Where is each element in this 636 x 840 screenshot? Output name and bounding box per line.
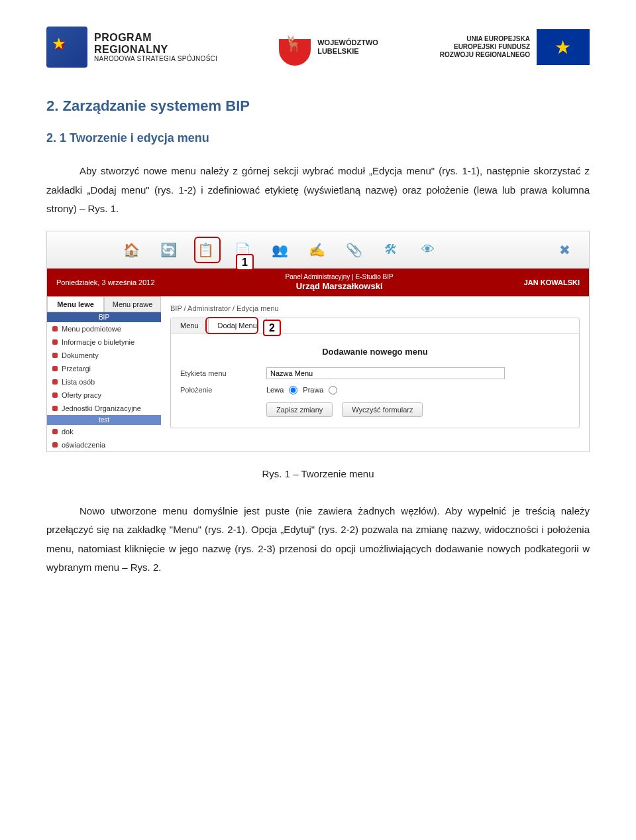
sidebar-heading-test: test [47, 415, 161, 425]
program-title-2: REGIONALNY [94, 44, 217, 56]
shield-icon [279, 29, 311, 66]
paragraph-1: Aby stworzyć nowe menu należy z górnej s… [46, 162, 590, 219]
sidebar-heading-bip: BIP [47, 312, 161, 322]
callout-2: 2 [263, 320, 281, 336]
tab-menu[interactable]: Menu [171, 318, 209, 333]
label-etykieta: Etykieta menu [180, 369, 253, 377]
clear-button[interactable]: Wyczyść formularz [342, 402, 423, 417]
radio-prawa-label: Prawa [303, 386, 323, 394]
sidebar-item[interactable]: Dokumenty [47, 349, 161, 362]
woj-line1: WOJEWÓDZTWO [317, 38, 378, 47]
sidebar-item[interactable]: dok [47, 425, 161, 438]
admin-panel-title: Urząd Marszałkowski [286, 281, 394, 292]
sidebar-tab-left[interactable]: Menu lewe [47, 296, 104, 312]
woj-line2: LUBELSKIE [317, 47, 378, 56]
admin-toolbar: 🏠 🔄 📋 📄 👥 ✍ 📎 🛠 👁 ✖ [47, 231, 589, 269]
sidebar-item[interactable]: Jednostki Organizacyjne [47, 402, 161, 415]
sidebar-item[interactable]: Przetargi [47, 362, 161, 375]
sidebar-item[interactable]: Lista osób [47, 375, 161, 389]
eu-line2: EUROPEJSKI FUNDUSZ [440, 43, 530, 51]
refresh-icon[interactable]: 🔄 [157, 239, 180, 261]
form-panel: Menu Dodaj Menu Dodawanie nowego menu Et… [170, 318, 580, 428]
eu-line1: UNIA EUROPEJSKA [440, 35, 530, 43]
figure-caption-1: Rys. 1 – Tworzenie menu [46, 468, 590, 479]
sidebar: Menu lewe Menu prawe BIP Menu podmiotowe… [47, 296, 161, 451]
label-polozenie: Położenie [180, 386, 253, 394]
close-icon[interactable]: ✖ [553, 239, 576, 261]
sidebar-tab-right[interactable]: Menu prawe [104, 296, 161, 312]
form-title: Dodawanie nowego menu [180, 347, 570, 357]
eu-logo-block: UNIA EUROPEJSKA EUROPEJSKI FUNDUSZ ROZWO… [440, 29, 590, 65]
breadcrumb: BIP / Administrator / Edycja menu [170, 302, 580, 318]
save-button[interactable]: Zapisz zmiany [266, 402, 333, 417]
sidebar-item[interactable]: Informacje o biuletynie [47, 335, 161, 349]
pen-icon[interactable]: ✍ [305, 239, 328, 261]
paperclip-icon[interactable]: 📎 [343, 239, 365, 261]
eu-flag-icon: ★ [537, 29, 590, 65]
sidebar-item[interactable]: oświadczenia [47, 438, 161, 451]
page-header: PROGRAM REGIONALNY NARODOWA STRATEGIA SP… [46, 27, 590, 68]
users-icon[interactable]: 👥 [268, 239, 291, 261]
program-title-1: PROGRAM [94, 32, 217, 44]
program-star-icon [46, 27, 87, 68]
sidebar-item[interactable]: Menu podmiotowe [47, 322, 161, 335]
main-area: BIP / Administrator / Edycja menu Menu D… [161, 296, 589, 451]
home-icon[interactable]: 🏠 [120, 239, 142, 261]
callout-ring-2 [205, 317, 258, 334]
radio-lewa-label: Lewa [266, 386, 284, 394]
radio-prawa[interactable] [329, 386, 337, 394]
paragraph-2: Nowo utworzone menu domyślnie jest puste… [46, 502, 590, 577]
subsection-heading: 2. 1 Tworzenie i edycja menu [46, 131, 590, 145]
program-regionalny-logo: PROGRAM REGIONALNY NARODOWA STRATEGIA SP… [46, 27, 217, 68]
screenshot-panel: 🏠 🔄 📋 📄 👥 ✍ 📎 🛠 👁 ✖ Poniedziałek, 3 wrze… [46, 231, 590, 452]
etykieta-input[interactable] [266, 367, 505, 379]
radio-lewa[interactable] [289, 386, 297, 394]
program-subtitle: NARODOWA STRATEGIA SPÓJNOŚCI [94, 55, 217, 62]
section-heading: 2. Zarządzanie systemem BIP [46, 97, 590, 115]
wojewodztwo-logo: WOJEWÓDZTWO LUBELSKIE [279, 29, 378, 66]
sidebar-item[interactable]: Oferty pracy [47, 389, 161, 402]
screenshot-figure-1: 🏠 🔄 📋 📄 👥 ✍ 📎 🛠 👁 ✖ Poniedziałek, 3 wrze… [46, 231, 590, 452]
eu-line3: ROZWOJU REGIONALNEGO [440, 51, 530, 59]
admin-date: Poniedziałek, 3 września 2012 [56, 278, 155, 286]
admin-titlebar: Poniedziałek, 3 września 2012 Panel Admi… [47, 269, 589, 296]
callout-1: 1 [236, 254, 254, 270]
admin-username: JAN KOWALSKI [524, 278, 580, 286]
tools-icon[interactable]: 🛠 [380, 239, 402, 261]
callout-ring-1 [194, 237, 221, 263]
preview-icon[interactable]: 👁 [417, 239, 439, 261]
admin-panel-label: Panel Administracyjny | E-Studio BIP [286, 272, 394, 281]
